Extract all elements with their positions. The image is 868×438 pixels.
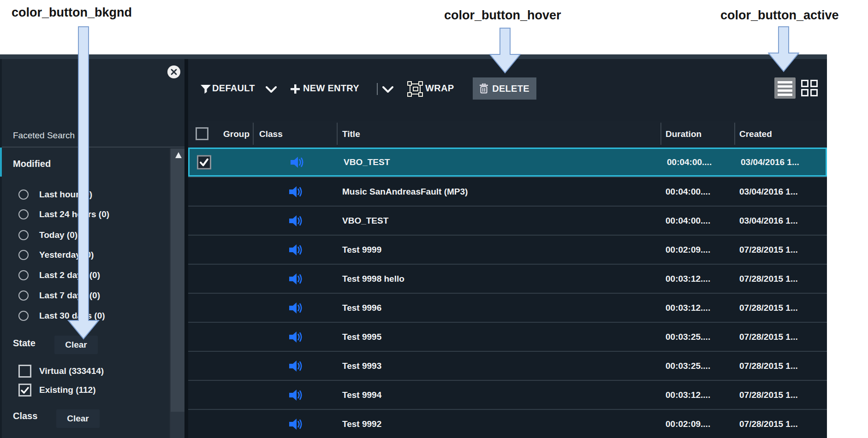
table-row[interactable]: Test 9992 00:02:09.... 07/28/2015 1... <box>188 409 827 438</box>
annotation-color-button-active: color_button_active <box>720 8 839 23</box>
row-title: Test 9993 <box>342 361 381 371</box>
radio-icon[interactable] <box>18 250 29 260</box>
audio-speaker-icon <box>289 418 303 430</box>
audio-speaker-icon <box>289 360 303 372</box>
row-duration: 00:04:00.... <box>666 216 710 226</box>
row-created: 03/04/2016 1... <box>739 187 798 197</box>
row-created: 07/28/2015 1... <box>739 274 798 284</box>
radio-icon[interactable] <box>18 270 29 280</box>
audio-speaker-icon <box>289 302 303 314</box>
radio-icon[interactable] <box>18 189 29 200</box>
table-row[interactable]: Test 9998 hello 00:03:12.... 07/28/2015 … <box>188 264 827 293</box>
audio-speaker-icon <box>289 273 303 285</box>
audio-speaker-icon <box>289 186 303 198</box>
row-duration: 00:03:12.... <box>666 274 710 284</box>
row-created: 07/28/2015 1... <box>739 419 798 429</box>
arrow-to-delete-button-icon <box>489 28 521 74</box>
row-created: 07/28/2015 1... <box>739 390 798 400</box>
table-row[interactable]: Test 9994 00:03:12.... 07/28/2015 1... <box>188 380 827 409</box>
table-row[interactable]: VBO_TEST 00:04:00.... 03/04/2016 1... <box>188 206 827 235</box>
scroll-up-icon[interactable] <box>175 152 182 158</box>
radio-icon[interactable] <box>18 290 29 301</box>
column-header-title[interactable]: Title <box>342 129 360 139</box>
arrow-to-list-view-button-icon <box>768 26 799 72</box>
table-row[interactable]: Test 9993 00:03:25.... 07/28/2015 1... <box>188 351 827 380</box>
column-divider[interactable] <box>660 123 661 145</box>
delete-button[interactable]: DELETE <box>473 77 536 100</box>
entry-list-panel: DEFAULT NEW ENTRY WRAP <box>188 54 827 438</box>
facet-option-existing[interactable]: Existing (112) <box>2 384 159 397</box>
class-clear-button[interactable]: Clear <box>56 409 100 428</box>
row-checkbox-checked[interactable] <box>197 155 211 169</box>
column-header-duration[interactable]: Duration <box>666 129 702 139</box>
table-row[interactable]: Test 9995 00:03:25.... 07/28/2015 1... <box>188 322 827 351</box>
filter-default-button[interactable]: DEFAULT <box>212 83 255 94</box>
window-top-strip <box>0 54 827 59</box>
row-title: Test 9996 <box>342 303 381 313</box>
close-facets-button[interactable] <box>167 65 180 78</box>
radio-icon[interactable] <box>18 209 29 219</box>
row-duration: 00:02:09.... <box>666 419 710 429</box>
column-header-class[interactable]: Class <box>259 129 283 139</box>
row-created: 07/28/2015 1... <box>739 332 798 342</box>
facets-scrollbar[interactable] <box>170 148 184 438</box>
chevron-down-icon[interactable] <box>266 86 277 93</box>
faceted-search-title: Faceted Search <box>13 130 75 141</box>
list-view-button[interactable] <box>774 77 796 99</box>
row-title: Test 9998 hello <box>342 274 404 284</box>
table-row[interactable]: Test 9996 00:03:12.... 07/28/2015 1... <box>188 293 827 322</box>
row-duration: 00:04:00.... <box>666 187 710 197</box>
wrap-icon[interactable] <box>407 81 423 97</box>
facet-section-state: State <box>13 338 36 349</box>
app-window: Faceted Search Modified Last hour (0) La… <box>0 54 827 438</box>
facet-section-class: Class <box>13 411 37 421</box>
row-created: 03/04/2016 1... <box>739 216 798 226</box>
row-duration: 00:03:12.... <box>666 390 710 400</box>
row-title: Music SanAndreasFault (MP3) <box>342 187 468 197</box>
annotation-color-button-hover: color_button_hover <box>444 8 561 23</box>
table-row[interactable]: VBO_TEST 00:04:00.... 03/04/2016 1... <box>188 148 827 177</box>
grid-view-button[interactable] <box>801 80 818 96</box>
annotation-color-button-bkgnd: color_button_bkgnd <box>12 6 132 20</box>
row-duration: 00:04:00.... <box>667 157 712 167</box>
filter-icon[interactable] <box>201 85 211 94</box>
radio-icon[interactable] <box>18 230 29 240</box>
panel-divider <box>184 59 188 438</box>
column-divider[interactable] <box>253 123 254 145</box>
chevron-down-icon[interactable] <box>382 86 393 93</box>
column-header-group[interactable]: Group <box>223 129 250 139</box>
checkbox-unchecked-icon[interactable] <box>18 365 31 378</box>
row-title: Test 9995 <box>342 332 381 342</box>
toolbar-separator <box>377 83 378 95</box>
scrollbar-track[interactable] <box>171 412 184 438</box>
row-duration: 00:03:12.... <box>666 303 710 313</box>
table-row[interactable]: Music SanAndreasFault (MP3) 00:04:00....… <box>188 177 827 206</box>
column-divider[interactable] <box>337 123 338 145</box>
row-created: 07/28/2015 1... <box>739 245 798 255</box>
row-created: 07/28/2015 1... <box>739 303 798 313</box>
row-title: VBO_TEST <box>342 216 388 226</box>
row-duration: 00:03:25.... <box>666 361 710 371</box>
radio-icon[interactable] <box>18 311 29 321</box>
facet-option-virtual[interactable]: Virtual (333414) <box>2 365 159 378</box>
row-duration: 00:02:09.... <box>666 245 710 255</box>
audio-speaker-icon <box>289 215 303 227</box>
wrap-button[interactable]: WRAP <box>425 83 454 94</box>
row-duration: 00:03:25.... <box>666 332 710 342</box>
arrow-to-clear-button-icon <box>67 26 100 340</box>
checkbox-checked-icon[interactable] <box>18 384 31 397</box>
audio-speaker-icon <box>289 389 303 401</box>
facet-section-modified: Modified <box>13 159 51 169</box>
select-all-checkbox[interactable] <box>196 127 208 140</box>
new-entry-button[interactable]: NEW ENTRY <box>303 83 359 94</box>
audio-speaker-icon <box>289 331 303 343</box>
column-divider[interactable] <box>734 123 735 145</box>
column-header-created[interactable]: Created <box>739 129 772 139</box>
row-title: VBO_TEST <box>344 157 390 167</box>
row-title: Test 9992 <box>342 419 381 429</box>
page: color_button_bkgnd color_button_hover co… <box>0 0 868 438</box>
trash-icon <box>480 83 488 94</box>
audio-speaker-icon <box>289 244 303 256</box>
plus-icon[interactable] <box>291 84 300 94</box>
table-row[interactable]: Test 9999 00:02:09.... 07/28/2015 1... <box>188 235 827 264</box>
